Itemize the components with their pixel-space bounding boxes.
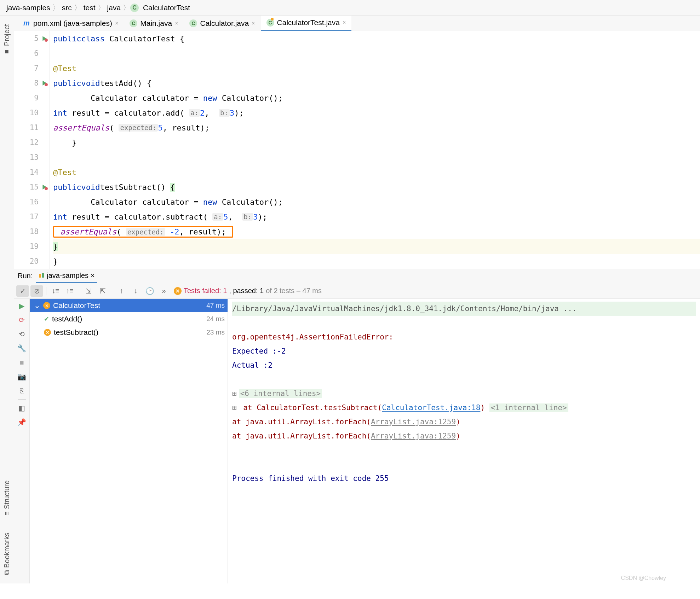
code-line[interactable]: int result = calculator.add( a: 2, b: 3)… (53, 105, 700, 120)
code-line[interactable] (53, 150, 700, 165)
test-name: testSubtract() (54, 328, 98, 337)
editor-tab[interactable]: CCalculatorTest.java× (261, 16, 352, 31)
run-gutter-icon[interactable] (41, 80, 48, 86)
code-line[interactable]: public void testAdd() { (53, 76, 700, 91)
stack-link[interactable]: ArrayList.java:1259 (371, 432, 456, 440)
test-tree[interactable]: ⌄✕CalculatorTest47 ms✔testAdd()24 ms✕tes… (30, 299, 228, 583)
code-line[interactable]: public void testSubtract() { (53, 180, 700, 194)
editor-tab[interactable]: mpom.xml (java-samples)× (17, 16, 124, 31)
test-tree-row[interactable]: ⌄✕CalculatorTest47 ms (30, 299, 228, 312)
code-line[interactable]: } (53, 254, 700, 269)
test-name: testAdd() (52, 315, 82, 323)
structure-tool-button[interactable]: ≡Structure (3, 481, 11, 516)
crumb[interactable]: CalculatorTest (141, 4, 192, 12)
code-line[interactable]: Calculator calculator = new Calculator()… (53, 91, 700, 105)
folded-lines[interactable]: <6 internal lines> (239, 389, 322, 398)
modified-indicator-icon (271, 18, 274, 21)
console-line: Expected :-2 (232, 344, 696, 358)
left-tool-strip: ■Project ≡Structure ⧉Bookmarks (0, 16, 14, 583)
sort-button[interactable]: ↓≡ (49, 285, 62, 297)
bookmarks-tool-button[interactable]: ⧉Bookmarks (3, 533, 11, 575)
close-tab-icon[interactable]: × (343, 19, 346, 26)
rerun-failed-button[interactable]: ⟳ (16, 314, 28, 326)
folded-lines[interactable]: <1 internal line> (489, 403, 568, 412)
expand-fold-icon[interactable]: ⊞ (232, 403, 237, 412)
stack-link[interactable]: CalculatorTest.java:18 (382, 403, 480, 412)
class-icon: C (130, 4, 139, 12)
crumb[interactable]: test (81, 4, 98, 12)
run-gutter-icon[interactable] (41, 35, 48, 42)
console-command: /Library/Java/JavaVirtualMachines/jdk1.8… (232, 302, 696, 316)
show-passed-toggle[interactable]: ✓ (16, 285, 29, 297)
editor-tab-bar: mpom.xml (java-samples)×CMain.java×CCalc… (14, 16, 700, 31)
test-fail-icon: ✕ (43, 302, 50, 309)
tab-label: Main.java (140, 19, 172, 28)
toggle-auto-button[interactable]: ⟲ (16, 328, 28, 340)
stack-link[interactable]: ArrayList.java:1259 (371, 418, 456, 426)
test-tree-row[interactable]: ✔testAdd()24 ms (30, 312, 228, 326)
collapse-all-button[interactable]: ⇱ (96, 285, 109, 297)
more-button[interactable]: » (157, 285, 170, 297)
run-side-toolbar: ▶ ⟳ ⟲ 🔧 ■ 📷 ⎘ ◧ 📌 (14, 299, 30, 583)
expand-all-button[interactable]: ⇲ (82, 285, 95, 297)
close-tab-icon[interactable]: × (175, 20, 178, 27)
sort-button-2[interactable]: ↑≡ (63, 285, 76, 297)
settings-button[interactable]: 🔧 (16, 343, 28, 354)
history-button[interactable]: 🕑 (143, 285, 156, 297)
run-gutter-icon[interactable] (41, 184, 48, 190)
console-exit: Process finished with exit code 255 (232, 471, 696, 485)
java-class-icon: C (130, 19, 137, 27)
editor-tab[interactable]: CMain.java× (124, 16, 184, 31)
warning-icon: ✕ (174, 287, 182, 295)
code-editor[interactable]: 567891011121314151617181920 public class… (14, 31, 700, 269)
code-line[interactable]: public class CalculatorTest { (53, 31, 700, 46)
code-line[interactable]: } (53, 135, 700, 150)
code-line[interactable]: Calculator calculator = new Calculator()… (53, 194, 700, 209)
code-line[interactable]: int result = calculator.subtract( a: 5, … (53, 209, 700, 224)
close-tab-icon[interactable]: × (252, 20, 255, 27)
svg-rect-6 (39, 274, 41, 278)
dump-button[interactable]: 📷 (16, 371, 28, 382)
test-tree-row[interactable]: ✕testSubtract()23 ms (30, 326, 228, 339)
show-ignored-toggle[interactable]: ⊘ (30, 285, 43, 297)
test-pass-icon: ✔ (44, 315, 49, 323)
exit-button[interactable]: ⎘ (16, 385, 28, 396)
rerun-button[interactable]: ▶ (16, 300, 28, 312)
test-console[interactable]: /Library/Java/JavaVirtualMachines/jdk1.8… (228, 299, 700, 583)
run-label: Run: (18, 272, 33, 280)
stop-button[interactable]: ■ (16, 357, 28, 368)
test-time: 47 ms (206, 302, 225, 309)
code-line[interactable]: assertEquals( expected: 5, result); (53, 120, 700, 135)
pin-button[interactable]: 📌 (16, 417, 28, 428)
code-line[interactable]: assertEquals( expected: -2, result); (53, 224, 700, 239)
java-class-icon: C (189, 19, 197, 27)
crumb[interactable]: java (105, 4, 123, 12)
run-config-icon (38, 272, 45, 279)
run-config-tab[interactable]: java-samples × (36, 269, 97, 283)
test-name: CalculatorTest (53, 301, 100, 310)
crumb[interactable]: java-samples (4, 4, 52, 12)
close-icon[interactable]: × (91, 272, 95, 280)
test-time: 23 ms (206, 328, 225, 336)
console-line: Actual :2 (232, 358, 696, 372)
expand-fold-icon[interactable]: ⊞ (232, 389, 237, 398)
breadcrumb: java-samples 〉 src 〉 test 〉 java 〉 C Cal… (0, 0, 700, 16)
close-tab-icon[interactable]: × (115, 20, 118, 27)
tab-label: pom.xml (java-samples) (33, 19, 112, 28)
next-button[interactable]: ↓ (129, 285, 142, 297)
code-line[interactable] (53, 46, 700, 61)
watermark: CSDN @Chowley (621, 575, 666, 581)
code-area[interactable]: public class CalculatorTest { @Test publ… (50, 31, 700, 269)
editor-tab[interactable]: CCalculator.java× (184, 16, 260, 31)
project-tool-button[interactable]: ■Project (3, 24, 11, 56)
run-tool-window: Run: java-samples × ✓ ⊘ ↓≡ ↑≡ ⇲ ⇱ ↑ ↓ 🕑 … (14, 269, 700, 583)
layout-button[interactable]: ◧ (16, 402, 28, 414)
code-line[interactable]: @Test (53, 61, 700, 76)
test-status-summary: ✕ Tests failed: 1, passed: 1 of 2 tests … (174, 287, 322, 295)
code-line[interactable]: } (53, 239, 700, 254)
crumb[interactable]: src (60, 4, 74, 12)
prev-button[interactable]: ↑ (115, 285, 128, 297)
code-line[interactable]: @Test (53, 165, 700, 180)
tab-label: Calculator.java (200, 19, 249, 28)
chevron-down-icon[interactable]: ⌄ (34, 301, 40, 310)
